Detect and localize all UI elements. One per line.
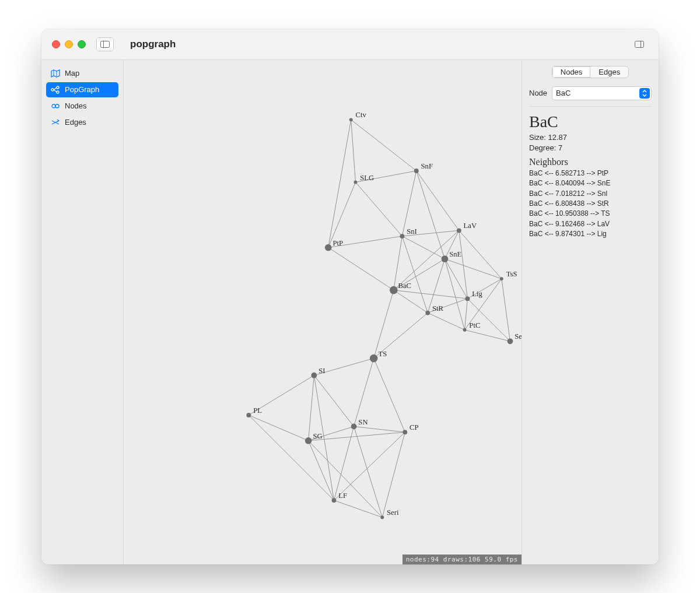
graph-edge (309, 440, 334, 500)
neighbor-row: BaC <-- 10.950388 --> TS (529, 209, 652, 219)
sidebar-item-label: Map (65, 69, 79, 78)
node-picker-label: Node (529, 89, 547, 97)
map-icon (51, 69, 60, 78)
graph-node[interactable]: SnI (400, 227, 416, 238)
graph-node[interactable]: TS (370, 349, 387, 362)
close-window-button[interactable] (52, 40, 60, 48)
graph-node[interactable]: LaV (457, 222, 477, 233)
graph-node-label: Ctv (355, 111, 366, 119)
svg-point-4 (51, 89, 54, 91)
node-select-value: BaC (556, 89, 570, 97)
graph-edge (334, 432, 405, 500)
neighbor-row: BaC <-- 9.162468 --> LaV (529, 219, 652, 229)
svg-rect-0 (101, 41, 110, 47)
graph-node[interactable]: Lig (466, 290, 483, 301)
graph-node[interactable]: SG (305, 431, 323, 444)
graph-node[interactable]: Ctv (349, 111, 367, 121)
graph-node[interactable]: StR (425, 304, 443, 315)
app-title: popgraph (130, 38, 176, 50)
minimize-window-button[interactable] (65, 40, 73, 48)
graph-edge (351, 120, 356, 182)
toggle-sidebar-button[interactable] (96, 37, 114, 51)
svg-point-23 (508, 338, 513, 344)
graph-edge (334, 500, 382, 517)
graph-edge (354, 358, 374, 426)
app-window: popgraph Map PopGraph Nodes Edges (41, 29, 659, 564)
svg-point-31 (380, 515, 384, 519)
tab-edges[interactable]: Edges (590, 66, 628, 78)
neighbor-row: BaC <-- 6.808438 --> StR (529, 199, 652, 209)
graph-edge (465, 299, 468, 330)
svg-point-28 (351, 423, 357, 429)
sidebar-item-edges[interactable]: Edges (46, 115, 118, 130)
node-select[interactable]: BaC (552, 86, 652, 100)
graph-node[interactable]: SnF (414, 162, 433, 173)
graph-node-label: CP (410, 423, 418, 431)
svg-line-7 (54, 87, 57, 90)
graph-edge (374, 290, 394, 358)
titlebar: popgraph (41, 29, 659, 60)
graph-node-label: TS (378, 349, 387, 357)
graph-edge (354, 426, 405, 432)
graph-edge (502, 279, 510, 341)
graph-node[interactable]: SLG (354, 173, 374, 184)
graph-node-label: SLG (360, 173, 374, 181)
graph-edge (249, 415, 308, 440)
node-size: Size: 12.87 (529, 132, 652, 143)
graph-canvas[interactable]: CtvSLGSnFPtPSnILaVSnEBaCTsSLigStRPtCSenB… (124, 60, 522, 564)
tab-nodes[interactable]: Nodes (552, 66, 591, 78)
neighbor-row: BaC <-- 8.040094 --> SnE (529, 178, 652, 188)
window-controls (52, 40, 86, 48)
graph-node[interactable]: LF (332, 492, 347, 503)
graph-edge (314, 375, 354, 426)
graph-edge (351, 120, 416, 171)
graph-node-label: PtC (469, 321, 480, 329)
graph-node[interactable]: PtP (325, 238, 343, 251)
graph-node[interactable]: BaC (390, 281, 411, 294)
graph-svg: CtvSLGSnFPtPSnILaVSnEBaCTsSLigStRPtCSenB… (124, 60, 522, 552)
svg-point-22 (463, 328, 467, 331)
graph-node-label: BaC (398, 281, 412, 289)
graph-node-label: LaV (464, 222, 477, 230)
graph-node-label: SenBas (514, 332, 522, 341)
graph-node[interactable]: PL (246, 406, 261, 417)
graph-node[interactable]: SnE (442, 250, 462, 262)
svg-point-26 (246, 413, 251, 417)
svg-point-12 (354, 180, 358, 184)
neighbors-header: Neighbors (529, 157, 652, 167)
toggle-inspector-button[interactable] (631, 37, 648, 51)
node-title: BaC (529, 113, 652, 131)
svg-point-18 (390, 286, 398, 294)
sidebar-item-label: PopGraph (65, 85, 99, 94)
sidebar-item-nodes[interactable]: Nodes (46, 99, 118, 114)
graph-node-label: SnE (449, 250, 461, 258)
graph-edge (402, 170, 416, 236)
graph-edge (382, 432, 405, 517)
svg-point-14 (325, 244, 332, 251)
graph-node-label: PtP (333, 238, 344, 247)
graph-edge (467, 299, 510, 341)
sidebar-item-label: Edges (65, 118, 86, 127)
graph-node[interactable]: SI (312, 366, 326, 378)
graph-edge (355, 182, 402, 236)
graph-node[interactable]: TsS (500, 270, 517, 280)
render-stats: nodes:94 draws:106 59.0 fps (402, 555, 522, 564)
graph-node-label: Seri (387, 508, 399, 517)
sidebar-item-popgraph[interactable]: PopGraph (46, 82, 118, 97)
zoom-window-button[interactable] (78, 40, 86, 48)
graph-edge (465, 329, 510, 341)
edges-icon (51, 118, 60, 127)
sidebar: Map PopGraph Nodes Edges (41, 60, 124, 564)
graph-edge (416, 170, 459, 230)
sidebar-item-map[interactable]: Map (46, 66, 118, 81)
svg-point-11 (349, 118, 353, 121)
graph-edge (416, 170, 445, 258)
graph-edge (354, 426, 383, 517)
graph-node-label: TsS (506, 270, 517, 278)
neighbors-list: BaC <-- 6.582713 --> PtPBaC <-- 8.040094… (529, 169, 652, 240)
chevron-up-down-icon (639, 88, 650, 99)
graph-node[interactable]: CP (402, 423, 418, 434)
svg-rect-2 (635, 41, 644, 47)
inspector-panel: Nodes Edges Node BaC BaC Size: 12.87 Deg… (522, 60, 659, 564)
svg-point-10 (55, 104, 59, 108)
